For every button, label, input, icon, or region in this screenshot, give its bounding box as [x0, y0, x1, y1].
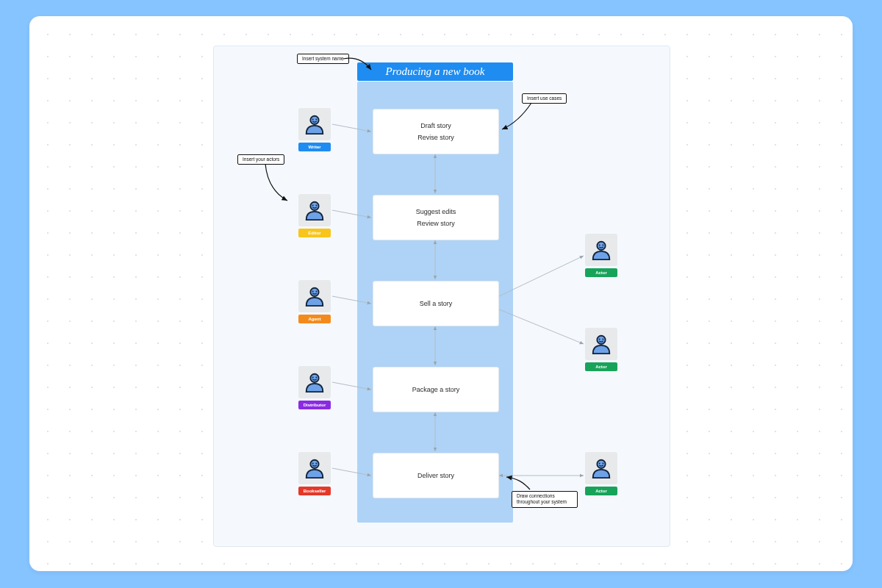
usecase-draft-revise[interactable]: Draft story Revise story — [373, 109, 499, 154]
usecase-text: Package a story — [412, 384, 460, 395]
system-title[interactable]: Producing a new book — [357, 62, 513, 81]
svg-point-23 — [602, 463, 603, 465]
svg-point-18 — [597, 336, 605, 344]
actor-label: Actor — [585, 268, 617, 277]
actor-right-3[interactable]: Actor — [585, 452, 617, 495]
svg-point-10 — [312, 377, 314, 379]
canvas-frame[interactable]: Producing a new book Draft story Revise … — [29, 16, 853, 571]
usecase-text: Sell a story — [420, 298, 453, 309]
svg-point-4 — [312, 205, 314, 207]
actor-bookseller[interactable]: Bookseller — [298, 452, 331, 495]
usecase-text: Suggest edits — [416, 206, 456, 218]
actor-label: Distributor — [298, 401, 331, 409]
actor-label: Actor — [585, 487, 617, 495]
actor-agent[interactable]: Agent — [298, 280, 331, 323]
svg-point-3 — [310, 202, 318, 210]
actor-label: Bookseller — [298, 487, 331, 495]
actor-writer[interactable]: Writer — [298, 108, 331, 151]
usecase-text: Draft story — [420, 120, 451, 132]
actor-label: Actor — [585, 362, 617, 371]
person-icon — [585, 234, 617, 266]
callout-line: Draw connections — [517, 493, 555, 498]
usecase-sell[interactable]: Sell a story — [373, 281, 499, 326]
usecase-text: Revise story — [417, 132, 454, 143]
svg-point-14 — [315, 463, 317, 465]
person-icon — [298, 194, 331, 226]
actor-label: Writer — [298, 143, 331, 151]
svg-point-6 — [310, 288, 318, 296]
svg-point-16 — [599, 245, 600, 246]
person-icon — [298, 108, 331, 140]
svg-point-0 — [310, 116, 318, 124]
svg-point-8 — [315, 291, 317, 293]
svg-point-9 — [310, 374, 318, 382]
svg-point-11 — [315, 377, 317, 379]
svg-point-5 — [315, 205, 317, 207]
usecase-deliver[interactable]: Deliver story — [373, 453, 499, 498]
svg-point-13 — [312, 463, 314, 465]
svg-point-21 — [597, 460, 605, 468]
usecase-package[interactable]: Package a story — [373, 367, 499, 412]
usecase-text: Deliver story — [417, 470, 454, 481]
actor-right-2[interactable]: Actor — [585, 328, 617, 371]
callout-line: throughout your system — [517, 499, 567, 504]
svg-point-1 — [312, 119, 314, 121]
svg-point-2 — [315, 119, 317, 121]
svg-point-19 — [599, 339, 600, 340]
callout-connections[interactable]: Draw connections throughout your system — [512, 491, 578, 508]
actor-distributor[interactable]: Distributor — [298, 366, 331, 409]
person-icon — [298, 452, 331, 484]
actor-label: Agent — [298, 315, 331, 323]
actor-editor[interactable]: Editor — [298, 194, 331, 237]
person-icon — [298, 280, 331, 312]
person-icon — [298, 366, 331, 398]
person-icon — [585, 452, 617, 484]
svg-point-15 — [597, 242, 605, 250]
person-icon — [585, 328, 617, 360]
usecase-suggest-review[interactable]: Suggest edits Review story — [373, 195, 499, 240]
usecase-text: Review story — [417, 218, 455, 229]
callout-system-name[interactable]: Insert system name — [297, 54, 349, 64]
svg-point-17 — [602, 245, 603, 246]
callout-usecases[interactable]: Insert use cases — [522, 93, 567, 104]
svg-point-20 — [602, 339, 603, 340]
svg-point-7 — [312, 291, 314, 293]
callout-actors[interactable]: Insert your actors — [237, 154, 284, 165]
diagram-panel: Producing a new book Draft story Revise … — [213, 46, 670, 547]
actor-right-1[interactable]: Actor — [585, 234, 617, 277]
svg-point-22 — [599, 463, 600, 465]
svg-point-12 — [310, 460, 318, 468]
actor-label: Editor — [298, 229, 331, 237]
